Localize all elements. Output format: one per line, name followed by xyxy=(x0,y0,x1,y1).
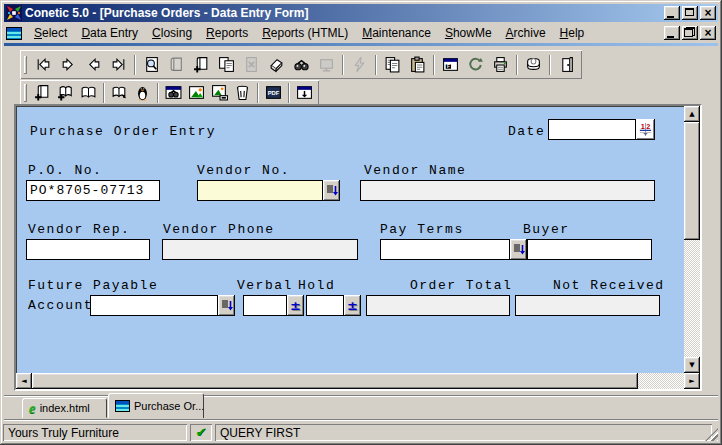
vendor-no-label: Vendor No. xyxy=(197,163,290,178)
tab-purchase-orders[interactable]: Purchase Or... xyxy=(108,393,204,418)
pdf-icon xyxy=(265,84,282,101)
image-button[interactable] xyxy=(185,83,208,103)
form-view-button[interactable] xyxy=(438,53,463,76)
mdi-minimize-button[interactable] xyxy=(664,26,680,40)
po-no-field[interactable]: PO*8705-07713 xyxy=(26,180,160,201)
find-button[interactable] xyxy=(289,53,314,76)
vendor-name-field[interactable] xyxy=(360,180,655,201)
toolbar-separator xyxy=(433,55,435,75)
vendor-no-field[interactable] xyxy=(197,180,323,201)
horizontal-scrollbar[interactable]: ◄ ► xyxy=(16,373,700,389)
pay-terms-field[interactable] xyxy=(380,239,510,260)
door-icon xyxy=(558,56,575,73)
vertical-scroll-thumb[interactable] xyxy=(684,122,700,240)
date-field[interactable] xyxy=(548,119,636,140)
mdi-frame-strip xyxy=(4,43,718,46)
browse-web-button[interactable] xyxy=(521,53,546,76)
menu-showme[interactable]: ShowMe xyxy=(438,24,499,42)
vendor-rep-field[interactable] xyxy=(26,239,150,260)
verbal-toggle-button[interactable]: ± xyxy=(287,295,304,316)
arrow-prev-icon xyxy=(85,56,102,73)
hold-toggle-button[interactable]: ± xyxy=(344,295,361,316)
order-total-label: Order Total xyxy=(410,278,512,293)
date-label: Date xyxy=(508,124,545,139)
horizontal-scroll-thumb[interactable] xyxy=(32,373,638,389)
scroll-down-button[interactable]: ▼ xyxy=(684,357,700,373)
close-button[interactable]: × xyxy=(700,6,716,20)
window-title: Conetic 5.0 - [Purchase Orders - Data En… xyxy=(25,6,308,20)
find-window-button[interactable] xyxy=(162,83,185,103)
query-icon xyxy=(143,56,160,73)
arrow-down-icon: ▼ xyxy=(689,361,694,369)
mdi-close-button[interactable]: × xyxy=(700,26,716,40)
maximize-button[interactable] xyxy=(682,6,698,20)
next-record-button[interactable] xyxy=(56,53,81,76)
open-book-add-button[interactable] xyxy=(54,83,77,103)
refresh-button[interactable] xyxy=(463,53,488,76)
duplicate-record-button[interactable] xyxy=(214,53,239,76)
tab-index-html[interactable]: e index.html xyxy=(22,398,107,418)
menu-reports[interactable]: Reports xyxy=(199,24,255,42)
menu-archive[interactable]: Archive xyxy=(499,24,553,42)
mdi-restore-button[interactable] xyxy=(682,26,698,40)
toolbar-separator xyxy=(134,55,136,75)
vendor-name-label: Vendor Name xyxy=(364,163,466,178)
new-book-button[interactable] xyxy=(31,83,54,103)
menu-maintenance[interactable]: Maintenance xyxy=(355,24,438,42)
plus-minus-icon: ± xyxy=(290,299,301,312)
print-button[interactable] xyxy=(488,53,513,76)
tab-label: Purchase Or... xyxy=(134,400,204,412)
copy-button[interactable] xyxy=(380,53,405,76)
toolbar-separator xyxy=(549,55,551,75)
send-to-window-button[interactable] xyxy=(293,83,316,103)
paste-button[interactable] xyxy=(405,53,430,76)
menu-select[interactable]: Select xyxy=(27,24,74,42)
pdf-export-button[interactable] xyxy=(262,83,285,103)
menu-reports-html[interactable]: Reports (HTML) xyxy=(255,24,355,42)
first-record-button[interactable] xyxy=(31,53,56,76)
query-button[interactable] xyxy=(139,53,164,76)
vendor-phone-field[interactable] xyxy=(162,239,358,260)
execute-button xyxy=(347,53,372,76)
openbook-icon xyxy=(80,84,97,101)
mdi-child-icon[interactable] xyxy=(6,27,22,40)
scroll-left-button[interactable]: ◄ xyxy=(16,373,32,389)
exit-button[interactable] xyxy=(554,53,579,76)
delete-button[interactable] xyxy=(231,83,254,103)
last-record-button[interactable] xyxy=(106,53,131,76)
vendor-no-lookup-button[interactable] xyxy=(323,180,340,201)
vertical-scrollbar[interactable]: ▲ ▼ xyxy=(684,106,700,373)
date-picker-button[interactable] xyxy=(636,119,655,140)
delete-record-button xyxy=(239,53,264,76)
scroll-up-button[interactable]: ▲ xyxy=(684,106,700,122)
toolbar-gripper[interactable] xyxy=(24,84,27,102)
buyer-field[interactable] xyxy=(527,239,652,260)
clear-form-button[interactable] xyxy=(264,53,289,76)
menu-data-entry[interactable]: Data Entry xyxy=(74,24,145,42)
hold-field[interactable] xyxy=(306,295,344,316)
add-record-button[interactable] xyxy=(189,53,214,76)
status-bar-divider xyxy=(4,419,718,421)
printer-icon xyxy=(492,56,509,73)
edit-book-button[interactable] xyxy=(108,83,131,103)
not-received-field[interactable] xyxy=(515,295,660,316)
menu-help[interactable]: Help xyxy=(553,24,592,42)
previous-record-button[interactable] xyxy=(81,53,106,76)
account-field[interactable] xyxy=(90,295,218,316)
showme-button[interactable] xyxy=(131,83,154,103)
vendor-phone-label: Vendor Phone xyxy=(163,222,275,237)
verbal-field[interactable] xyxy=(243,295,287,316)
order-total-field[interactable] xyxy=(366,295,510,316)
menu-closing[interactable]: Closing xyxy=(145,24,199,42)
toolbar-separator xyxy=(157,83,159,103)
title-bar[interactable]: Conetic 5.0 - [Purchase Orders - Data En… xyxy=(4,4,718,22)
buyer-label: Buyer xyxy=(523,222,570,237)
account-lookup-button[interactable] xyxy=(218,295,235,316)
image-remove-button[interactable] xyxy=(208,83,231,103)
scroll-right-button[interactable]: ► xyxy=(684,373,700,389)
toolbar-gripper[interactable] xyxy=(24,56,27,74)
open-book-button[interactable] xyxy=(77,83,100,103)
minimize-button[interactable] xyxy=(664,6,680,20)
application-window: Conetic 5.0 - [Purchase Orders - Data En… xyxy=(0,0,722,445)
pay-terms-lookup-button[interactable] xyxy=(510,239,527,260)
